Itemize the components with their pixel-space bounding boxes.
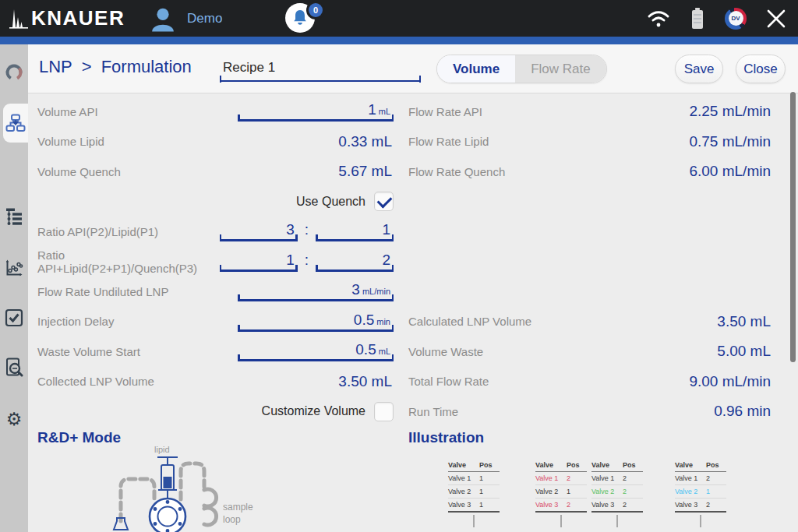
ratio-api-lipid-input-a[interactable]: 3 [220,221,298,241]
close-app-icon[interactable] [765,8,787,30]
toggle-option-volume[interactable]: Volume [437,55,515,83]
valve-table-2: ValvePos Valve 12 Valve 21 Valve 32 [535,461,587,527]
syringe-lipid [157,457,178,498]
save-button[interactable]: Save [675,55,723,83]
flow-rate-quench-value: 6.00 mL/min [689,163,772,180]
timeline-tick [473,515,475,527]
row-collected-lnp-volume: Collected LNP Volume 3.50 mL [37,367,394,397]
row-total-flow-rate: Total Flow Rate 9.00 mL/min [408,367,772,397]
sidebar-item-report-search[interactable] [0,351,28,385]
table-row: Valve 32 [675,499,726,513]
page-header: LNP > Formulation Volume Flow Rate Save … [28,44,798,93]
notification-badge: 0 [306,1,325,19]
customize-volume-checkbox[interactable] [374,402,394,421]
row-ratio-api-lipid: Ratio API(P2)/Lipid(P1) 3 : 1 [37,217,394,247]
close-button[interactable]: Close [736,55,786,83]
use-quench-checkbox[interactable] [374,192,394,211]
vertical-scrollbar[interactable] [790,92,796,362]
unit-label: mL [379,347,390,356]
table-row: Valve 21 [675,485,726,499]
form-column-left: Volume API 1 mL Volume Lipid 0.33 mL Vol… [37,97,394,427]
flow-rate-undiluted-input[interactable]: 3 mL/min [238,281,394,301]
valve-table-1: ValvePos Valve 11 Valve 21 Valve 31 [448,461,500,527]
row-volume-lipid: Volume Lipid 0.33 mL [37,127,394,157]
row-flow-rate-api: Flow Rate API 2.25 mL/min [408,97,772,127]
row-customize-volume: Customize Volume [37,396,394,427]
sidebar-item-queue[interactable] [0,200,28,234]
table-row: Valve 22 [591,485,643,499]
sidebar-item-tasks[interactable] [0,301,28,335]
timeline-tick [700,515,701,527]
total-flow-rate-value: 9.00 mL/min [689,373,772,390]
field-label: Volume Waste [408,345,717,358]
field-label: Ratio API(P2)/Lipid(P1) [37,225,220,238]
field-label: Run Time [408,405,714,418]
row-volume-api: Volume API 1 mL [37,97,394,127]
volume-quench-value: 5.67 mL [338,163,394,180]
row-flow-rate-lipid: Flow Rate Lipid 0.75 mL/min [408,127,772,157]
sidebar-nav: ⚙ [0,44,28,532]
chromatogram-peaks-icon [9,6,28,30]
customize-volume-label: Customize Volume [262,404,365,418]
ratio-lnp-quench-input-a[interactable]: 1 [220,252,298,272]
field-label: Total Flow Rate [408,375,689,388]
dv-logo-icon: DV [725,8,747,30]
diagram-label-sample-loop: sample [223,502,253,513]
row-ratio-lnp-quench: Ratio API+Lipid(P2+P1)/Quench(P3) 1 : 2 [37,247,394,277]
volume-api-input[interactable]: 1 mL [238,101,394,122]
field-label: Volume API [37,105,238,118]
ratio-lnp-quench-input-b[interactable]: 2 [316,252,394,272]
row-waste-volume-start: Waste Volume Start 0.5 mL [37,336,394,367]
user-avatar-icon[interactable] [150,5,176,33]
recipe-name-input[interactable] [220,55,421,80]
svg-text:loop: loop [223,514,241,525]
flow-rate-lipid-value: 0.75 mL/min [689,133,772,150]
volume-lipid-value: 0.33 mL [338,133,394,150]
calculated-lnp-volume-value: 3.50 mL [717,313,772,330]
form-column-right: Flow Rate API 2.25 mL/min Flow Rate Lipi… [408,97,772,427]
diagram-label-lipid: lipid [154,445,170,454]
sidebar-item-formulation-active[interactable] [3,104,28,143]
top-bar: KNAUER Demo 0 [0,0,798,37]
field-label: Volume Lipid [37,135,338,148]
main-panel: LNP > Formulation Volume Flow Rate Save … [28,44,798,532]
ratio-api-lipid-input-b[interactable]: 1 [316,221,394,241]
scatter-plot-icon [5,259,23,277]
sidebar-item-settings[interactable]: ⚙ [0,402,28,436]
app-window: KNAUER Demo 0 [0,0,798,532]
table-row: Valve 11 [448,472,500,485]
field-label: Flow Rate API [408,105,689,118]
run-time-value: 0.96 min [714,403,772,420]
flowchart-icon [5,114,26,132]
row-injection-delay: Injection Delay 0.5 min [37,307,394,337]
battery-icon [689,7,706,30]
mixing-valve [150,499,185,532]
volume-waste-value: 5.00 mL [717,343,772,360]
sample-loop-coil [204,489,217,525]
flow-rate-api-value: 2.25 mL/min [689,103,772,120]
ratio-separator: : [305,221,309,238]
timeline-tick [560,515,562,527]
row-flow-rate-undiluted: Flow Rate Undiluted LNP 3 mL/min [37,277,394,307]
gear-icon: ⚙ [6,410,23,428]
sidebar-item-results-chart[interactable] [0,251,28,285]
valve-table-4: ValvePos Valve 12 Valve 21 Valve 32 [675,461,726,527]
accent-strip [0,37,798,44]
injection-delay-input[interactable]: 0.5 min [238,312,394,332]
use-quench-label: Use Quench [296,195,365,209]
field-label: Waste Volume Start [37,345,238,358]
toggle-option-flow-rate[interactable]: Flow Rate [515,55,606,83]
ratio-separator: : [305,252,309,269]
field-label: Flow Rate Undiluted LNP [37,285,238,298]
field-label: Volume Quench [37,165,338,178]
table-row: Valve 12 [535,472,587,485]
waste-volume-start-input[interactable]: 0.5 mL [238,341,394,361]
field-label: Collected LNP Volume [37,375,338,388]
user-name: Demo [187,11,222,26]
field-label: Flow Rate Lipid [408,135,689,148]
notifications-button[interactable]: 0 [285,3,334,34]
hierarchy-list-icon [5,208,23,227]
breadcrumb-current: Formulation [101,57,192,77]
breadcrumb-separator: > [82,57,92,77]
breadcrumb-parent[interactable]: LNP [39,57,72,77]
